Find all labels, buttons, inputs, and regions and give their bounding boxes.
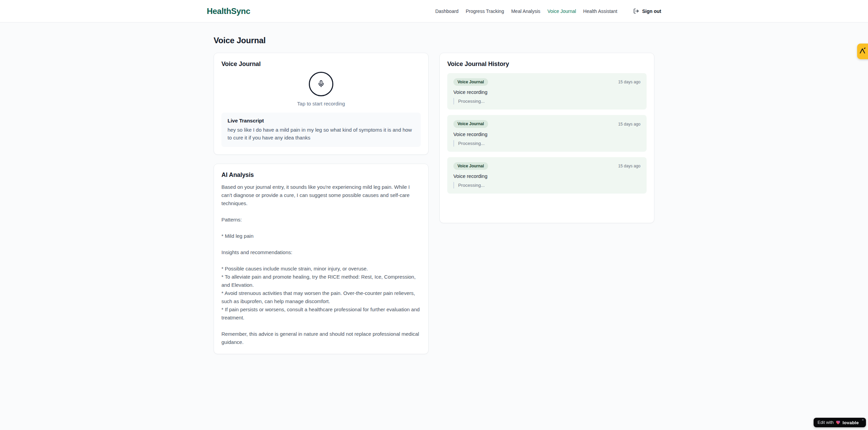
history-list: Voice Journal 15 days ago Voice recordin… bbox=[447, 73, 647, 215]
entry-title: Voice recording bbox=[453, 89, 640, 95]
live-transcript-text: hey so like I do have a mild pain in my … bbox=[228, 126, 415, 142]
log-out-icon bbox=[633, 8, 639, 14]
recorder-card: Voice Journal Tap to start recording bbox=[214, 53, 429, 155]
edit-badge-prefix: Edit with bbox=[818, 420, 834, 425]
nav-item-voice-journal[interactable]: Voice Journal bbox=[548, 9, 576, 14]
history-entry: Voice Journal 15 days ago Voice recordin… bbox=[447, 73, 647, 110]
history-entry: Voice Journal 15 days ago Voice recordin… bbox=[447, 115, 647, 151]
nav-item-meal-analysis[interactable]: Meal Analysis bbox=[511, 9, 540, 14]
mic-area: Tap to start recording bbox=[221, 72, 421, 106]
history-entry: Voice Journal 15 days ago Voice recordin… bbox=[447, 157, 647, 194]
badge-close-icon[interactable]: × bbox=[862, 418, 864, 422]
page-title: Voice Journal bbox=[214, 36, 654, 45]
entry-type-badge: Voice Journal bbox=[453, 120, 488, 128]
ai-analysis-body: Based on your journal entry, it sounds l… bbox=[221, 183, 421, 346]
entry-status: Processing... bbox=[453, 98, 640, 104]
recorder-card-title: Voice Journal bbox=[221, 61, 421, 68]
main-content: Voice Journal Voice Journal bbox=[214, 36, 654, 354]
left-column: Voice Journal Tap to start recording bbox=[214, 53, 429, 354]
peak-logo-icon bbox=[858, 47, 867, 56]
app-logo[interactable]: HealthSync bbox=[207, 6, 250, 16]
edit-with-lovable-badge[interactable]: Edit with lovable × bbox=[814, 418, 866, 427]
right-column: Voice Journal History Voice Journal 15 d… bbox=[439, 53, 654, 223]
history-card-title: Voice Journal History bbox=[447, 61, 647, 68]
floating-tool-badge[interactable] bbox=[857, 44, 868, 59]
microphone-icon bbox=[317, 80, 325, 88]
entry-type-badge: Voice Journal bbox=[453, 162, 488, 170]
content-grid: Voice Journal Tap to start recording bbox=[214, 53, 654, 354]
ai-analysis-title: AI Analysis bbox=[221, 171, 421, 179]
main-nav: Dashboard Progress Tracking Meal Analysi… bbox=[435, 8, 661, 14]
sign-out-label: Sign out bbox=[642, 9, 661, 14]
entry-status: Processing... bbox=[453, 140, 640, 147]
live-transcript-box: Live Transcript hey so like I do have a … bbox=[221, 113, 421, 147]
nav-item-health-assistant[interactable]: Health Assistant bbox=[583, 9, 617, 14]
entry-title: Voice recording bbox=[453, 173, 640, 179]
tap-to-record-hint: Tap to start recording bbox=[297, 101, 345, 106]
entry-title: Voice recording bbox=[453, 132, 640, 137]
entry-timestamp: 15 days ago bbox=[618, 80, 640, 84]
live-transcript-label: Live Transcript bbox=[228, 118, 415, 123]
sign-out-button[interactable]: Sign out bbox=[633, 8, 661, 14]
nav-item-dashboard[interactable]: Dashboard bbox=[435, 9, 459, 14]
app-header: HealthSync Dashboard Progress Tracking M… bbox=[0, 0, 868, 22]
entry-type-badge: Voice Journal bbox=[453, 78, 488, 86]
record-button[interactable] bbox=[309, 72, 333, 96]
entry-timestamp: 15 days ago bbox=[618, 164, 640, 168]
history-card: Voice Journal History Voice Journal 15 d… bbox=[439, 53, 654, 223]
header-container: HealthSync Dashboard Progress Tracking M… bbox=[207, 6, 661, 16]
heart-icon bbox=[836, 420, 840, 425]
entry-status: Processing... bbox=[453, 182, 640, 188]
nav-item-progress-tracking[interactable]: Progress Tracking bbox=[466, 9, 504, 14]
lovable-brand-label: lovable bbox=[842, 420, 859, 425]
ai-analysis-card: AI Analysis Based on your journal entry,… bbox=[214, 164, 429, 354]
entry-timestamp: 15 days ago bbox=[618, 122, 640, 127]
